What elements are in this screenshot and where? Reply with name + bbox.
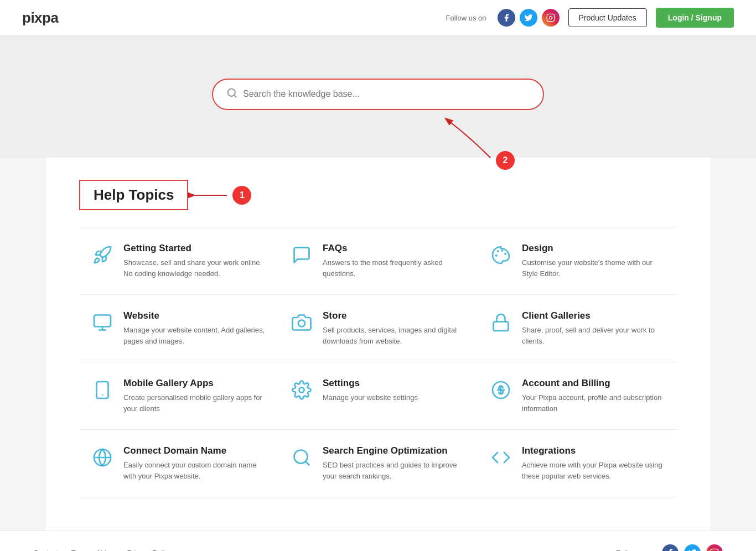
- camera-icon: [289, 310, 314, 335]
- topic-desc-getting-started: Showcase, sell and share your work onlin…: [123, 257, 267, 279]
- topic-title-faqs: FAQs: [323, 243, 467, 254]
- topic-title-store: Store: [323, 310, 467, 321]
- topic-text-design: Design Customise your website's theme wi…: [522, 243, 666, 279]
- svg-point-7: [502, 250, 503, 251]
- main-content: Help Topics 1 Getting Started Showcase, …: [46, 158, 710, 531]
- svg-rect-16: [97, 382, 108, 398]
- topic-item-mobile-gallery-apps[interactable]: Mobile Gallery Apps Create personalised …: [79, 362, 278, 430]
- product-updates-button[interactable]: Product Updates: [568, 8, 647, 27]
- topic-text-mobile-gallery-apps: Mobile Gallery Apps Create personalised …: [123, 378, 267, 414]
- site-footer: ContactTerms of UsePrivacy Policy Follow…: [0, 531, 756, 551]
- svg-line-23: [305, 461, 309, 465]
- svg-point-10: [496, 255, 497, 256]
- svg-rect-11: [94, 315, 111, 327]
- topic-desc-design: Customise your website's theme with our …: [522, 257, 666, 279]
- search-box: [212, 79, 544, 110]
- topic-text-account-billing: Account and Billing Your Pixpa account, …: [522, 378, 666, 414]
- svg-point-14: [298, 320, 305, 327]
- annotation-badge-2: 2: [496, 151, 515, 170]
- topic-desc-store: Sell products, services, images and digi…: [323, 325, 467, 346]
- twitter-icon[interactable]: [520, 9, 537, 27]
- svg-line-3: [234, 95, 236, 97]
- topic-item-settings[interactable]: Settings Manage your website settings: [278, 362, 478, 430]
- topic-item-account-billing[interactable]: Account and Billing Your Pixpa account, …: [478, 362, 677, 430]
- topic-text-connect-domain: Connect Domain Name Easily connect your …: [123, 445, 267, 481]
- rocket-icon: [90, 243, 115, 267]
- footer-link-contact[interactable]: Contact: [33, 549, 58, 552]
- site-header: pixpa Follow us on Product Updates Login…: [0, 0, 756, 36]
- topic-title-account-billing: Account and Billing: [522, 378, 666, 389]
- search-input[interactable]: [243, 89, 530, 99]
- topic-item-store[interactable]: Store Sell products, services, images an…: [278, 295, 478, 362]
- footer-link-privacy-policy[interactable]: Privacy Policy: [127, 549, 172, 552]
- topic-title-getting-started: Getting Started: [123, 243, 267, 254]
- footer-twitter-icon[interactable]: [684, 544, 701, 551]
- topic-item-website[interactable]: Website Manage your website content. Add…: [79, 295, 278, 362]
- topic-text-seo: Search Engine Optimization SEO best prac…: [323, 445, 467, 481]
- topic-desc-seo: SEO best practices and guides to improve…: [323, 460, 467, 481]
- help-topics-section: Help Topics 1: [79, 180, 677, 210]
- monitor-icon: [90, 310, 115, 335]
- svg-rect-0: [547, 14, 554, 21]
- mobile-icon: [90, 378, 115, 402]
- gear-icon: [289, 378, 314, 402]
- topic-item-faqs[interactable]: FAQs Answers to the most frequently aske…: [278, 227, 478, 295]
- login-signup-button[interactable]: Login / Signup: [656, 8, 734, 28]
- annotation-arrow-1: [188, 187, 232, 204]
- topic-desc-client-galleries: Share, proof, sell and deliver your work…: [522, 325, 666, 346]
- svg-point-8: [505, 253, 506, 254]
- topic-desc-website: Manage your website content. Add galleri…: [123, 325, 267, 346]
- topic-text-client-galleries: Client Galleries Share, proof, sell and …: [522, 310, 666, 346]
- footer-link-terms-of-use[interactable]: Terms of Use: [71, 549, 114, 552]
- topic-item-connect-domain[interactable]: Connect Domain Name Easily connect your …: [79, 430, 278, 497]
- topic-title-integrations: Integrations: [522, 445, 666, 456]
- footer-follow-label: Follow us on: [616, 549, 656, 552]
- dollar-icon: [489, 378, 513, 402]
- topic-text-integrations: Integrations Achieve more with your Pixp…: [522, 445, 666, 481]
- topic-title-mobile-gallery-apps: Mobile Gallery Apps: [123, 378, 267, 389]
- topic-desc-account-billing: Your Pixpa account, profile and subscrip…: [522, 392, 666, 414]
- chat-icon: [289, 243, 314, 267]
- header-right: Follow us on Product Updates Login / Sig…: [446, 8, 734, 28]
- topic-desc-settings: Manage your website settings: [323, 392, 418, 403]
- topic-desc-connect-domain: Easily connect your custom domain name w…: [123, 460, 267, 481]
- social-icons: [498, 9, 560, 27]
- footer-links: ContactTerms of UsePrivacy Policy: [33, 549, 172, 552]
- topic-item-client-galleries[interactable]: Client Galleries Share, proof, sell and …: [478, 295, 677, 362]
- topic-item-design[interactable]: Design Customise your website's theme wi…: [478, 227, 677, 295]
- topic-desc-faqs: Answers to the most frequently asked que…: [323, 257, 467, 279]
- topic-text-getting-started: Getting Started Showcase, sell and share…: [123, 243, 267, 279]
- globe-icon: [90, 445, 115, 470]
- svg-rect-24: [711, 549, 718, 551]
- topic-item-seo[interactable]: Search Engine Optimization SEO best prac…: [278, 430, 478, 497]
- footer-instagram-icon[interactable]: [706, 544, 723, 551]
- topic-text-store: Store Sell products, services, images an…: [323, 310, 467, 346]
- topic-text-settings: Settings Manage your website settings: [323, 378, 418, 403]
- footer-right: Follow us on: [616, 544, 723, 551]
- topic-text-faqs: FAQs Answers to the most frequently aske…: [323, 243, 467, 279]
- help-topics-heading: Help Topics: [79, 180, 188, 210]
- annotation-badge-1: 1: [232, 186, 251, 205]
- topic-title-connect-domain: Connect Domain Name: [123, 445, 267, 456]
- facebook-icon[interactable]: [498, 9, 515, 27]
- topic-title-website: Website: [123, 310, 267, 321]
- svg-rect-15: [494, 322, 509, 331]
- topic-title-design: Design: [522, 243, 666, 254]
- footer-facebook-icon[interactable]: [662, 544, 679, 551]
- search-icon: [289, 445, 314, 470]
- topic-text-website: Website Manage your website content. Add…: [123, 310, 267, 346]
- topic-title-settings: Settings: [323, 378, 418, 389]
- follow-us-label: Follow us on: [446, 14, 486, 22]
- topics-grid: Getting Started Showcase, sell and share…: [79, 227, 677, 497]
- topic-desc-mobile-gallery-apps: Create personalised mobile gallery apps …: [123, 392, 267, 414]
- topic-item-integrations[interactable]: Integrations Achieve more with your Pixp…: [478, 430, 677, 497]
- svg-point-18: [299, 388, 304, 393]
- lock-icon: [489, 310, 513, 335]
- annotation-arrow-2: [435, 108, 501, 163]
- instagram-icon[interactable]: [542, 9, 560, 27]
- topic-title-client-galleries: Client Galleries: [522, 310, 666, 321]
- palette-icon: [489, 243, 513, 267]
- topic-item-getting-started[interactable]: Getting Started Showcase, sell and share…: [79, 227, 278, 295]
- site-logo[interactable]: pixpa: [22, 9, 58, 27]
- hero-section: 2: [0, 36, 756, 158]
